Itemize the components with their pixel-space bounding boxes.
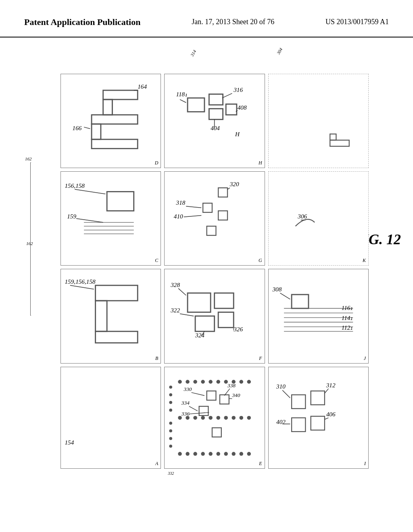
svg-rect-0 xyxy=(103,90,138,100)
cell-I: 310 312 402 406 I xyxy=(268,367,369,469)
svg-text:159: 159 xyxy=(67,213,76,220)
cell-C: 156,158 159 C xyxy=(60,171,161,266)
svg-point-91 xyxy=(224,416,228,420)
svg-text:406: 406 xyxy=(326,411,335,418)
svg-line-120 xyxy=(189,406,198,411)
svg-rect-113 xyxy=(207,391,216,400)
svg-line-42 xyxy=(184,216,202,217)
svg-rect-127 xyxy=(292,395,305,408)
cell-B: 159,156,158 B xyxy=(60,269,161,363)
svg-line-134 xyxy=(325,389,329,393)
svg-rect-130 xyxy=(311,416,324,430)
svg-rect-51 xyxy=(215,293,234,308)
cell-K: 306 K xyxy=(268,171,369,266)
svg-point-94 xyxy=(247,416,251,420)
svg-text:316: 316 xyxy=(234,86,243,93)
svg-rect-68 xyxy=(292,295,309,308)
svg-text:312: 312 xyxy=(325,381,335,388)
svg-text:328: 328 xyxy=(171,281,180,288)
svg-text:330: 330 xyxy=(184,386,192,392)
svg-text:116₁: 116₁ xyxy=(341,304,353,311)
svg-rect-116 xyxy=(212,428,221,437)
svg-text:308: 308 xyxy=(272,286,282,293)
svg-line-14 xyxy=(180,100,186,103)
svg-point-101 xyxy=(224,452,228,456)
svg-point-111 xyxy=(169,437,173,440)
svg-rect-36 xyxy=(207,226,216,235)
svg-rect-1 xyxy=(103,100,113,115)
svg-text:408: 408 xyxy=(238,104,247,110)
svg-rect-50 xyxy=(188,293,211,312)
svg-text:H: H xyxy=(235,131,240,137)
svg-rect-9 xyxy=(188,98,204,112)
svg-rect-34 xyxy=(203,203,212,212)
svg-text:156,158: 156,158 xyxy=(65,182,85,189)
svg-point-87 xyxy=(194,416,198,420)
cell-L xyxy=(268,74,369,168)
cell-D: 164 166 D xyxy=(60,74,161,168)
svg-text:306: 306 xyxy=(297,213,307,220)
cell-H: 118₁ 316 408 404 H H xyxy=(164,74,265,168)
svg-point-84 xyxy=(247,380,251,384)
svg-point-78 xyxy=(201,380,205,384)
svg-point-108 xyxy=(169,409,173,412)
svg-rect-115 xyxy=(199,406,209,416)
svg-point-99 xyxy=(209,452,213,456)
svg-rect-45 xyxy=(96,285,138,301)
svg-rect-2 xyxy=(92,115,138,124)
svg-rect-52 xyxy=(195,316,215,332)
svg-point-93 xyxy=(240,416,244,420)
svg-point-76 xyxy=(186,380,190,384)
svg-point-90 xyxy=(217,416,221,420)
svg-text:154: 154 xyxy=(65,439,74,446)
svg-rect-129 xyxy=(292,418,305,431)
svg-point-92 xyxy=(232,416,236,420)
svg-point-98 xyxy=(201,452,205,456)
svg-rect-114 xyxy=(220,395,229,404)
svg-point-109 xyxy=(169,422,173,425)
svg-point-97 xyxy=(194,452,198,456)
svg-rect-23 xyxy=(330,134,336,140)
svg-rect-11 xyxy=(209,109,223,120)
svg-point-77 xyxy=(194,380,198,384)
svg-text:404: 404 xyxy=(211,125,220,131)
main-content: FIG. 12 162 314 304 164 xyxy=(0,37,413,481)
svg-text:334: 334 xyxy=(181,400,190,406)
svg-rect-33 xyxy=(219,188,228,197)
svg-rect-3 xyxy=(92,124,101,139)
svg-line-16 xyxy=(222,93,232,98)
svg-line-70 xyxy=(280,293,290,299)
svg-text:336: 336 xyxy=(181,411,190,417)
cell-A: 154 A xyxy=(60,367,161,469)
svg-text:322: 322 xyxy=(171,307,180,314)
svg-point-96 xyxy=(186,452,190,456)
svg-rect-4 xyxy=(92,139,138,149)
svg-rect-12 xyxy=(226,104,237,115)
svg-point-95 xyxy=(178,452,182,456)
svg-text:118₁: 118₁ xyxy=(176,91,188,98)
svg-text:159,156,158: 159,156,158 xyxy=(65,278,96,285)
svg-line-8 xyxy=(84,127,90,129)
ref-162: 162 xyxy=(26,241,33,246)
svg-rect-24 xyxy=(107,192,134,211)
svg-line-30 xyxy=(75,189,105,194)
svg-point-88 xyxy=(201,416,205,420)
svg-text:338: 338 xyxy=(227,382,236,388)
svg-point-79 xyxy=(209,380,213,384)
svg-rect-35 xyxy=(219,211,228,220)
svg-point-110 xyxy=(169,429,173,432)
svg-rect-22 xyxy=(330,140,349,146)
publication-title: Patent Application Publication xyxy=(24,16,140,29)
svg-line-57 xyxy=(180,314,194,316)
cell-G: 320 318 410 G xyxy=(164,171,265,266)
svg-rect-10 xyxy=(209,94,223,105)
svg-text:340: 340 xyxy=(232,392,240,398)
svg-text:112₁: 112₁ xyxy=(341,324,353,331)
svg-point-89 xyxy=(209,416,213,420)
svg-point-104 xyxy=(247,452,251,456)
svg-line-49 xyxy=(70,285,94,289)
svg-point-107 xyxy=(169,401,173,404)
cell-F: 328 322 324 326 F xyxy=(164,269,265,363)
svg-point-100 xyxy=(217,452,221,456)
svg-rect-46 xyxy=(96,301,107,331)
